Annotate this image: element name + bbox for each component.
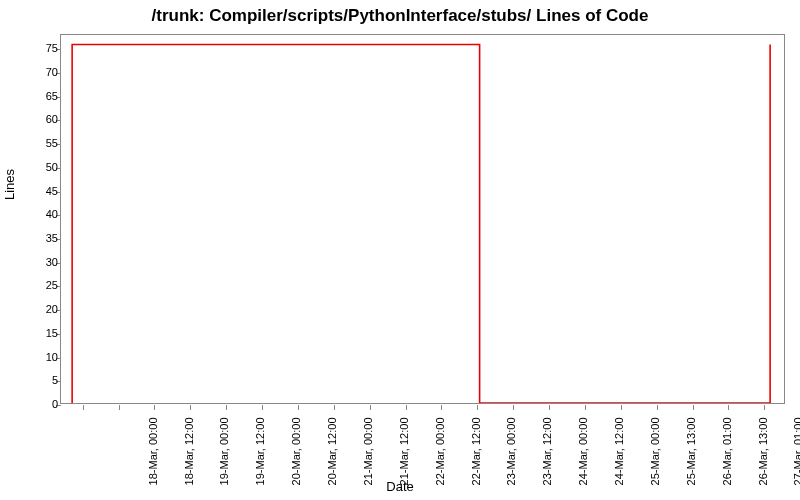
x-tick-mark xyxy=(728,405,729,410)
y-tick-label: 60 xyxy=(46,114,58,125)
x-tick-label: 26-Mar, 13:00 xyxy=(758,418,769,486)
x-tick-label: 25-Mar, 00:00 xyxy=(650,418,661,486)
y-tick-label: 55 xyxy=(46,138,58,149)
y-tick-label: 70 xyxy=(46,66,58,77)
x-tick-label: 24-Mar, 00:00 xyxy=(579,418,590,486)
y-tick-label: 35 xyxy=(46,232,58,243)
x-tick-label: 19-Mar, 12:00 xyxy=(256,418,267,486)
x-tick-mark xyxy=(549,405,550,410)
y-tick-label: 40 xyxy=(46,209,58,220)
x-tick-label: 21-Mar, 00:00 xyxy=(363,418,374,486)
x-tick-mark xyxy=(406,405,407,410)
x-tick-mark xyxy=(693,405,694,410)
x-tick-label: 20-Mar, 00:00 xyxy=(292,418,303,486)
y-tick-label: 75 xyxy=(46,43,58,54)
x-tick-mark xyxy=(370,405,371,410)
y-tick-label: 65 xyxy=(46,90,58,101)
y-tick-label: 20 xyxy=(46,304,58,315)
x-tick-mark xyxy=(298,405,299,410)
x-tick-label: 18-Mar, 12:00 xyxy=(184,418,195,486)
x-tick-mark xyxy=(513,405,514,410)
x-tick-mark xyxy=(621,405,622,410)
x-tick-label: 22-Mar, 00:00 xyxy=(435,418,446,486)
x-tick-mark xyxy=(334,405,335,410)
x-tick-mark xyxy=(764,405,765,410)
x-tick-mark xyxy=(585,405,586,410)
x-tick-label: 27-Mar, 01:00 xyxy=(794,418,800,486)
x-tick-mark xyxy=(441,405,442,410)
y-tick-label: 45 xyxy=(46,185,58,196)
x-tick-mark xyxy=(119,405,120,410)
x-tick-label: 23-Mar, 12:00 xyxy=(543,418,554,486)
y-tick-label: 25 xyxy=(46,280,58,291)
y-tick-label: 10 xyxy=(46,351,58,362)
x-tick-mark xyxy=(83,405,84,410)
x-tick-label: 24-Mar, 12:00 xyxy=(614,418,625,486)
x-tick-label: 23-Mar, 00:00 xyxy=(507,418,518,486)
x-tick-label: 26-Mar, 01:00 xyxy=(722,418,733,486)
x-tick-mark xyxy=(657,405,658,410)
y-tick-label: 15 xyxy=(46,327,58,338)
x-tick-label: 22-Mar, 12:00 xyxy=(471,418,482,486)
y-axis-label: Lines xyxy=(2,169,17,200)
x-tick-mark xyxy=(262,405,263,410)
x-tick-label: 21-Mar, 12:00 xyxy=(399,418,410,486)
x-tick-mark xyxy=(190,405,191,410)
y-tick-label: 5 xyxy=(52,375,58,386)
y-tick-label: 30 xyxy=(46,256,58,267)
chart-title: /trunk: Compiler/scripts/PythonInterface… xyxy=(0,6,800,26)
y-tick-label: 0 xyxy=(52,399,58,410)
x-tick-label: 20-Mar, 12:00 xyxy=(327,418,338,486)
x-tick-mark xyxy=(226,405,227,410)
x-tick-label: 25-Mar, 13:00 xyxy=(686,418,697,486)
y-tick-label: 50 xyxy=(46,161,58,172)
x-tick-mark xyxy=(477,405,478,410)
x-tick-label: 19-Mar, 00:00 xyxy=(220,418,231,486)
x-tick-mark xyxy=(154,405,155,410)
x-tick-label: 18-Mar, 00:00 xyxy=(148,418,159,486)
line-series xyxy=(61,35,784,403)
plot-area xyxy=(60,34,785,404)
